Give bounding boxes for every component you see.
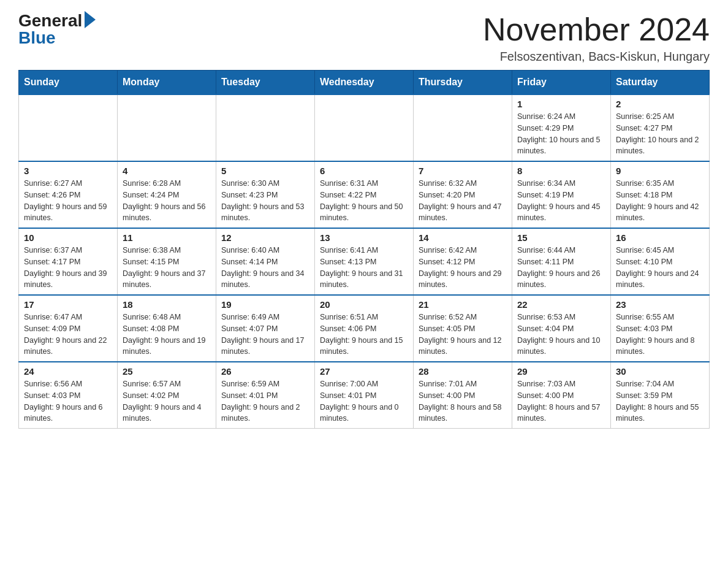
calendar-cell: 8Sunrise: 6:34 AMSunset: 4:19 PMDaylight… [512, 161, 611, 228]
day-info: Sunrise: 6:56 AMSunset: 4:03 PMDaylight:… [24, 378, 112, 424]
weekday-header-tuesday: Tuesday [216, 71, 315, 95]
day-number: 12 [221, 232, 309, 243]
day-info: Sunrise: 6:49 AMSunset: 4:07 PMDaylight:… [221, 312, 309, 358]
day-info: Sunrise: 6:28 AMSunset: 4:24 PMDaylight:… [123, 178, 211, 224]
subtitle: Felsoszentivan, Bacs-Kiskun, Hungary [483, 50, 710, 64]
calendar-cell [414, 94, 512, 161]
day-info: Sunrise: 6:37 AMSunset: 4:17 PMDaylight:… [24, 245, 112, 291]
week-row-3: 17Sunrise: 6:47 AMSunset: 4:09 PMDayligh… [19, 295, 710, 362]
calendar-cell: 16Sunrise: 6:45 AMSunset: 4:10 PMDayligh… [611, 228, 710, 295]
calendar-cell: 23Sunrise: 6:55 AMSunset: 4:03 PMDayligh… [611, 295, 710, 362]
calendar-cell: 30Sunrise: 7:04 AMSunset: 3:59 PMDayligh… [611, 362, 710, 429]
calendar-header: SundayMondayTuesdayWednesdayThursdayFrid… [19, 71, 710, 95]
day-number: 16 [616, 232, 704, 243]
day-number: 27 [320, 366, 408, 377]
day-info: Sunrise: 6:35 AMSunset: 4:18 PMDaylight:… [616, 178, 704, 224]
day-number: 15 [517, 232, 605, 243]
day-info: Sunrise: 6:34 AMSunset: 4:19 PMDaylight:… [517, 178, 605, 224]
day-number: 10 [24, 232, 112, 243]
calendar-cell [19, 94, 118, 161]
weekday-header-saturday: Saturday [611, 71, 710, 95]
calendar-cell: 7Sunrise: 6:32 AMSunset: 4:20 PMDaylight… [414, 161, 512, 228]
calendar-cell: 1Sunrise: 6:24 AMSunset: 4:29 PMDaylight… [512, 94, 611, 161]
page-title: November 2024 [483, 12, 710, 47]
calendar-cell [315, 94, 414, 161]
weekday-header-wednesday: Wednesday [315, 71, 414, 95]
week-row-2: 10Sunrise: 6:37 AMSunset: 4:17 PMDayligh… [19, 228, 710, 295]
day-info: Sunrise: 6:40 AMSunset: 4:14 PMDaylight:… [221, 245, 309, 291]
day-number: 3 [24, 166, 112, 176]
day-number: 18 [123, 299, 211, 310]
calendar-cell: 26Sunrise: 6:59 AMSunset: 4:01 PMDayligh… [216, 362, 315, 429]
calendar-body: 1Sunrise: 6:24 AMSunset: 4:29 PMDaylight… [19, 94, 710, 429]
calendar-cell: 14Sunrise: 6:42 AMSunset: 4:12 PMDayligh… [414, 228, 512, 295]
calendar-cell: 6Sunrise: 6:31 AMSunset: 4:22 PMDaylight… [315, 161, 414, 228]
day-number: 6 [320, 166, 408, 176]
calendar-cell: 25Sunrise: 6:57 AMSunset: 4:02 PMDayligh… [118, 362, 216, 429]
calendar-cell: 13Sunrise: 6:41 AMSunset: 4:13 PMDayligh… [315, 228, 414, 295]
day-info: Sunrise: 7:00 AMSunset: 4:01 PMDaylight:… [320, 378, 408, 424]
day-info: Sunrise: 6:47 AMSunset: 4:09 PMDaylight:… [24, 312, 112, 358]
day-info: Sunrise: 6:45 AMSunset: 4:10 PMDaylight:… [616, 245, 704, 291]
day-number: 29 [517, 366, 605, 377]
day-info: Sunrise: 6:55 AMSunset: 4:03 PMDaylight:… [616, 312, 704, 358]
calendar-cell: 2Sunrise: 6:25 AMSunset: 4:27 PMDaylight… [611, 94, 710, 161]
day-info: Sunrise: 6:44 AMSunset: 4:11 PMDaylight:… [517, 245, 605, 291]
day-number: 19 [221, 299, 309, 310]
calendar-cell: 4Sunrise: 6:28 AMSunset: 4:24 PMDaylight… [118, 161, 216, 228]
day-info: Sunrise: 6:51 AMSunset: 4:06 PMDaylight:… [320, 312, 408, 358]
title-block: November 2024 Felsoszentivan, Bacs-Kisku… [483, 12, 710, 64]
calendar-cell: 18Sunrise: 6:48 AMSunset: 4:08 PMDayligh… [118, 295, 216, 362]
week-row-4: 24Sunrise: 6:56 AMSunset: 4:03 PMDayligh… [19, 362, 710, 429]
calendar-cell: 27Sunrise: 7:00 AMSunset: 4:01 PMDayligh… [315, 362, 414, 429]
week-row-1: 3Sunrise: 6:27 AMSunset: 4:26 PMDaylight… [19, 161, 710, 228]
calendar-cell: 10Sunrise: 6:37 AMSunset: 4:17 PMDayligh… [19, 228, 118, 295]
day-number: 17 [24, 299, 112, 310]
day-number: 25 [123, 366, 211, 377]
day-info: Sunrise: 7:04 AMSunset: 3:59 PMDaylight:… [616, 378, 704, 424]
weekday-header-friday: Friday [512, 71, 611, 95]
calendar-cell: 29Sunrise: 7:03 AMSunset: 4:00 PMDayligh… [512, 362, 611, 429]
day-number: 21 [419, 299, 507, 310]
day-number: 2 [616, 99, 704, 109]
calendar-cell: 5Sunrise: 6:30 AMSunset: 4:23 PMDaylight… [216, 161, 315, 228]
day-number: 26 [221, 366, 309, 377]
calendar-cell: 20Sunrise: 6:51 AMSunset: 4:06 PMDayligh… [315, 295, 414, 362]
day-info: Sunrise: 6:38 AMSunset: 4:15 PMDaylight:… [123, 245, 211, 291]
day-info: Sunrise: 6:57 AMSunset: 4:02 PMDaylight:… [123, 378, 211, 424]
day-info: Sunrise: 6:42 AMSunset: 4:12 PMDaylight:… [419, 245, 507, 291]
day-info: Sunrise: 7:01 AMSunset: 4:00 PMDaylight:… [419, 378, 507, 424]
day-number: 28 [419, 366, 507, 377]
page-header: General Blue November 2024 Felsoszentiva… [18, 12, 710, 64]
calendar-cell: 15Sunrise: 6:44 AMSunset: 4:11 PMDayligh… [512, 228, 611, 295]
day-info: Sunrise: 6:52 AMSunset: 4:05 PMDaylight:… [419, 312, 507, 358]
day-number: 4 [123, 166, 211, 176]
calendar-cell: 24Sunrise: 6:56 AMSunset: 4:03 PMDayligh… [19, 362, 118, 429]
logo: General Blue [18, 12, 96, 47]
calendar-cell [216, 94, 315, 161]
day-info: Sunrise: 6:32 AMSunset: 4:20 PMDaylight:… [419, 178, 507, 224]
day-number: 20 [320, 299, 408, 310]
calendar-cell: 28Sunrise: 7:01 AMSunset: 4:00 PMDayligh… [414, 362, 512, 429]
day-number: 24 [24, 366, 112, 377]
day-info: Sunrise: 6:30 AMSunset: 4:23 PMDaylight:… [221, 178, 309, 224]
day-number: 13 [320, 232, 408, 243]
weekday-header-thursday: Thursday [414, 71, 512, 95]
calendar-cell [118, 94, 216, 161]
day-number: 30 [616, 366, 704, 377]
weekday-header-monday: Monday [118, 71, 216, 95]
calendar-cell: 3Sunrise: 6:27 AMSunset: 4:26 PMDaylight… [19, 161, 118, 228]
day-info: Sunrise: 6:24 AMSunset: 4:29 PMDaylight:… [517, 111, 605, 157]
week-row-0: 1Sunrise: 6:24 AMSunset: 4:29 PMDaylight… [19, 94, 710, 161]
day-number: 11 [123, 232, 211, 243]
day-number: 7 [419, 166, 507, 176]
weekday-row: SundayMondayTuesdayWednesdayThursdayFrid… [19, 71, 710, 95]
day-number: 1 [517, 99, 605, 109]
day-number: 14 [419, 232, 507, 243]
calendar-cell: 17Sunrise: 6:47 AMSunset: 4:09 PMDayligh… [19, 295, 118, 362]
calendar: SundayMondayTuesdayWednesdayThursdayFrid… [18, 70, 710, 429]
day-number: 5 [221, 166, 309, 176]
weekday-header-sunday: Sunday [19, 71, 118, 95]
calendar-cell: 19Sunrise: 6:49 AMSunset: 4:07 PMDayligh… [216, 295, 315, 362]
calendar-cell: 22Sunrise: 6:53 AMSunset: 4:04 PMDayligh… [512, 295, 611, 362]
